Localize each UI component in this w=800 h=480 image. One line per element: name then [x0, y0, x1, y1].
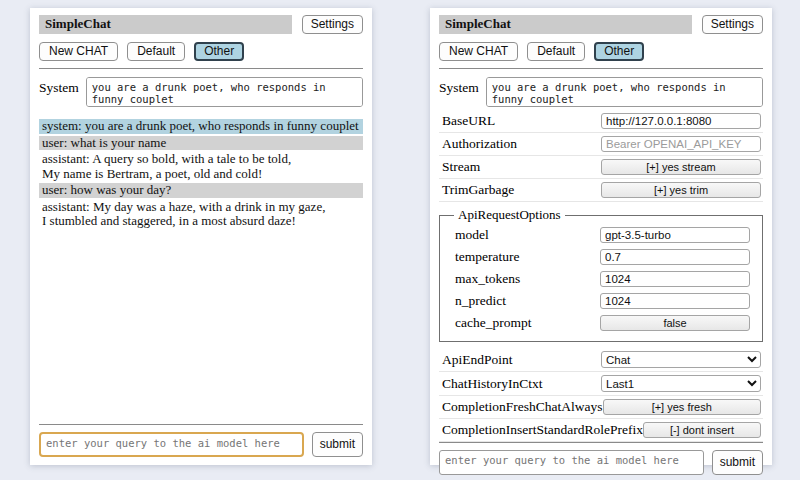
title-bar: SimpleChat Settings — [439, 15, 763, 34]
divider — [39, 424, 363, 425]
system-prompt-input[interactable] — [486, 77, 763, 107]
settings-button[interactable]: Settings — [702, 15, 763, 34]
app-title: SimpleChat — [39, 15, 292, 34]
chat-message-assistant: assistant: My day was a haze, with a dri… — [39, 200, 363, 229]
baseurl-input[interactable] — [601, 113, 761, 129]
max-tokens-input[interactable] — [600, 271, 750, 287]
setting-row-completioninsertstandardroleprefix: CompletionInsertStandardRolePrefix [-] d… — [439, 419, 763, 442]
session-buttons: New CHAT Default Other — [439, 42, 763, 61]
trimgarbage-toggle-button[interactable]: [+] yes trim — [601, 182, 761, 198]
system-prompt-input[interactable] — [86, 77, 363, 107]
chat-message-user: user: how was your day? — [39, 183, 363, 198]
query-input[interactable] — [39, 432, 304, 457]
setting-row-cache-prompt: cache_prompt false — [452, 312, 752, 334]
setting-row-authorization: Authorization — [439, 133, 763, 156]
app-title: SimpleChat — [439, 15, 692, 34]
submit-button[interactable]: submit — [712, 450, 763, 475]
setting-row-model: model — [452, 224, 752, 246]
stream-toggle-button[interactable]: [+] yes stream — [601, 159, 761, 175]
setting-label: model — [455, 227, 489, 243]
setting-label: Stream — [442, 159, 480, 175]
system-prompt-row: System — [39, 77, 363, 107]
setting-row-baseurl: BaseURL — [439, 110, 763, 133]
divider — [39, 68, 363, 69]
setting-row-completionfreshchatalways: CompletionFreshChatAlways [+] yes fresh — [439, 396, 763, 419]
setting-row-temperature: temperature — [452, 246, 752, 268]
new-chat-button[interactable]: New CHAT — [439, 42, 518, 61]
setting-label: Authorization — [442, 136, 517, 152]
setting-label: CompletionFreshChatAlways — [442, 399, 603, 415]
completioninsertroleprefix-toggle-button[interactable]: [-] dont insert — [643, 422, 761, 438]
query-input[interactable] — [439, 450, 704, 475]
api-request-options-fieldset: ApiRequestOptions model temperature max_… — [439, 207, 763, 342]
setting-label: cache_prompt — [455, 315, 531, 331]
setting-row-max-tokens: max_tokens — [452, 268, 752, 290]
n-predict-input[interactable] — [600, 293, 750, 309]
apiendpoint-select[interactable]: Chat — [601, 351, 761, 368]
new-chat-button[interactable]: New CHAT — [39, 42, 118, 61]
authorization-input[interactable] — [601, 136, 761, 152]
setting-label: ChatHistoryInCtxt — [442, 376, 543, 392]
system-label: System — [439, 77, 479, 96]
setting-label: CompletionInsertStandardRolePrefix — [442, 422, 643, 438]
query-footer: submit — [39, 424, 363, 457]
chat-panel: SimpleChat Settings New CHAT Default Oth… — [30, 8, 372, 465]
setting-row-n-predict: n_predict — [452, 290, 752, 312]
session-button-other[interactable]: Other — [194, 42, 244, 61]
title-bar: SimpleChat Settings — [39, 15, 363, 34]
chathistoryinctxt-select[interactable]: Last1 — [601, 375, 761, 392]
setting-label: n_predict — [455, 293, 506, 309]
fieldset-legend: ApiRequestOptions — [454, 207, 565, 223]
settings-panel: SimpleChat Settings New CHAT Default Oth… — [430, 8, 772, 465]
temperature-input[interactable] — [600, 249, 750, 265]
completionfreshchat-toggle-button[interactable]: [+] yes fresh — [603, 399, 762, 415]
setting-label: TrimGarbage — [442, 182, 514, 198]
divider — [439, 68, 763, 69]
page: SimpleChat Settings New CHAT Default Oth… — [0, 0, 800, 480]
chat-message-assistant: assistant: A query so bold, with a tale … — [39, 152, 363, 181]
setting-label: max_tokens — [455, 271, 520, 287]
settings-form: BaseURL Authorization Stream [+] yes str… — [439, 110, 763, 442]
chat-message-system: system: you are a drunk poet, who respon… — [39, 119, 363, 134]
session-button-default[interactable]: Default — [527, 42, 585, 61]
session-buttons: New CHAT Default Other — [39, 42, 363, 61]
setting-label: temperature — [455, 249, 519, 265]
model-input[interactable] — [600, 227, 750, 243]
setting-row-apiendpoint: ApiEndPoint Chat — [439, 348, 763, 372]
setting-row-chathistoryinctxt: ChatHistoryInCtxt Last1 — [439, 372, 763, 396]
session-button-default[interactable]: Default — [127, 42, 185, 61]
system-label: System — [39, 77, 79, 96]
chat-message-list: system: you are a drunk poet, who respon… — [39, 119, 363, 231]
submit-button[interactable]: submit — [312, 432, 363, 457]
system-prompt-row: System — [439, 77, 763, 107]
chat-message-user: user: what is your name — [39, 136, 363, 151]
setting-row-trimgarbage: TrimGarbage [+] yes trim — [439, 179, 763, 202]
setting-label: BaseURL — [442, 113, 495, 129]
setting-row-stream: Stream [+] yes stream — [439, 156, 763, 179]
session-button-other[interactable]: Other — [594, 42, 644, 61]
setting-label: ApiEndPoint — [442, 352, 513, 368]
settings-button[interactable]: Settings — [302, 15, 363, 34]
divider — [439, 442, 763, 443]
cache-prompt-toggle-button[interactable]: false — [600, 315, 750, 331]
query-footer: submit — [439, 442, 763, 475]
